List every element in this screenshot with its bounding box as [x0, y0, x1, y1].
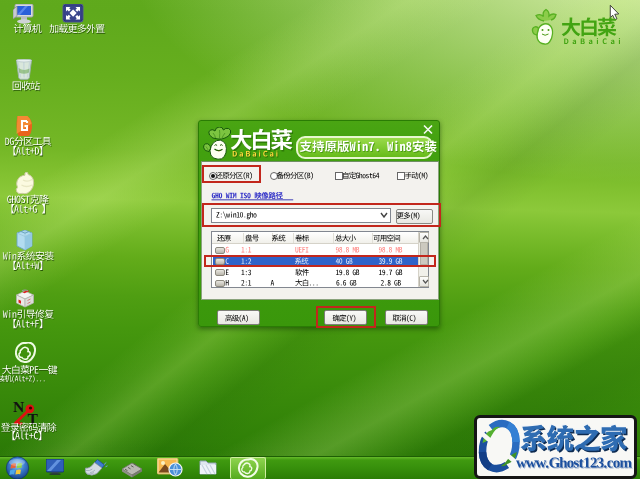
svg-text:N: N	[13, 398, 24, 415]
